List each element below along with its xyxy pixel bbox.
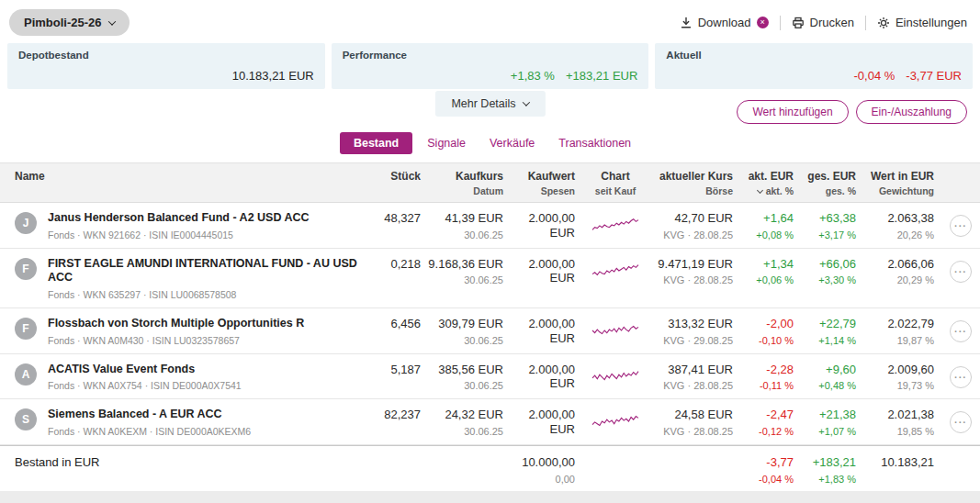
table-row[interactable]: S Siemens Balanced - A EUR ACC Fonds · W… xyxy=(0,399,980,445)
boerse-value: KVG · 29.08.25 xyxy=(648,335,733,346)
total-ges-eur: +183,21 xyxy=(801,455,856,470)
ges-pct-value: +1,14 % xyxy=(801,335,856,346)
akt-pct-value: -0,12 % xyxy=(740,426,794,437)
table-row[interactable]: F Flossbach von Storch Multiple Opportun… xyxy=(0,308,980,354)
fund-name[interactable]: Janus Henderson Balanced Fund - A2 USD A… xyxy=(48,211,310,226)
wert-hinzufuegen-button[interactable]: Wert hinzufügen xyxy=(737,100,848,124)
card-aktuell: Aktuell -0,04 % -3,77 EUR xyxy=(655,43,973,89)
row-menu-button[interactable] xyxy=(950,215,972,237)
gewichtung-value: 19,73 % xyxy=(863,380,934,391)
col-kaufkurs: Kaufkurs xyxy=(428,170,503,183)
stueck-value: 5,187 xyxy=(364,363,421,377)
download-badge-icon xyxy=(757,17,769,28)
boerse-value: KVG · 28.08.25 xyxy=(648,426,733,437)
akt-eur-value: +1,64 xyxy=(740,211,794,226)
settings-label: Einstellungen xyxy=(896,16,967,29)
col-gewichtung: Gewichtung xyxy=(863,185,934,196)
top-bar: Pimboli-25-26 Download xyxy=(0,0,980,43)
kaufwert-value: 2.000,00 EUR xyxy=(511,211,575,240)
col-boerse: Börse xyxy=(648,185,733,196)
row-menu-button[interactable] xyxy=(950,261,972,283)
kaufwert-value: 2.000,00 EUR xyxy=(511,363,575,391)
fund-meta: Fonds · WKN A0X754 · ISIN DE000A0X7541 xyxy=(48,380,242,391)
total-akt-eur: -3,77 xyxy=(740,455,794,470)
fund-name[interactable]: ACATIS Value Event Fonds xyxy=(48,363,242,377)
settings-button[interactable]: Einstellungen xyxy=(877,16,967,29)
row-menu-button[interactable] xyxy=(950,411,972,433)
table-row[interactable]: J Janus Henderson Balanced Fund - A2 USD… xyxy=(0,203,980,249)
kaufkurs-value: 385,56 EUR xyxy=(428,363,503,377)
akt-eur-value: -2,00 xyxy=(740,317,794,331)
performance-eur: +183,21 EUR xyxy=(566,69,637,83)
fund-name[interactable]: Flossbach von Storch Multiple Opportunit… xyxy=(48,317,304,331)
top-actions: Download Drucken xyxy=(680,16,967,30)
akt-pct-value: -0,11 % xyxy=(740,380,794,391)
gewichtung-value: 20,29 % xyxy=(863,274,934,285)
ein-auszahlung-button[interactable]: Ein-/Auszahlung xyxy=(856,100,967,124)
tab-verkaeufe[interactable]: Verkäufe xyxy=(480,132,544,154)
total-ges-pct: +1,83 % xyxy=(801,474,856,485)
card-label: Aktuell xyxy=(666,50,962,61)
stueck-value: 82,237 xyxy=(364,408,421,422)
card-label: Performance xyxy=(343,50,638,61)
col-name: Name xyxy=(0,170,364,183)
mehr-details-label: Mehr Details xyxy=(451,97,515,110)
fund-avatar: F xyxy=(15,258,37,280)
total-wert: 10.183,21 xyxy=(863,455,934,470)
stueck-value: 6,456 xyxy=(364,317,421,331)
gewichtung-value: 19,87 % xyxy=(863,335,934,346)
download-button[interactable]: Download xyxy=(680,16,769,29)
kauf-datum: 30.06.25 xyxy=(428,335,503,346)
table-row[interactable]: F FIRST EAGLE AMUNDI INTERNATIONAL FUND … xyxy=(0,249,980,308)
kaufkurs-value: 9.168,36 EUR xyxy=(428,257,503,272)
chevron-down-icon xyxy=(522,98,529,106)
total-label: Bestand in EUR xyxy=(0,455,364,469)
portfolio-selector[interactable]: Pimboli-25-26 xyxy=(9,9,130,36)
print-label: Drucken xyxy=(810,16,854,29)
card-depotbestand: Depotbestand 10.183,21 EUR xyxy=(7,43,325,89)
sparkline-chart-icon[interactable] xyxy=(590,213,641,237)
ges-eur-value: +22,79 xyxy=(801,317,856,331)
stueck-value: 48,327 xyxy=(364,211,421,226)
mehr-details-button[interactable]: Mehr Details xyxy=(434,91,545,117)
printer-icon xyxy=(792,17,805,29)
fund-meta: Fonds · WKN 635297 · ISIN LU0068578508 xyxy=(48,289,364,300)
kaufwert-value: 2.000,00 EUR xyxy=(511,408,575,436)
fund-name[interactable]: Siemens Balanced - A EUR ACC xyxy=(48,408,251,422)
aktueller-kurs-value: 42,70 EUR xyxy=(648,211,733,226)
tab-transaktionen[interactable]: Transaktionen xyxy=(549,132,640,154)
fund-avatar: A xyxy=(15,363,37,386)
akt-pct-value: -0,10 % xyxy=(740,335,794,346)
ges-eur-value: +66,06 xyxy=(801,257,856,272)
row-menu-button[interactable] xyxy=(950,366,972,388)
sub-bar: Mehr Details Wert hinzufügen Ein-/Auszah… xyxy=(0,89,980,129)
gewichtung-value: 20,26 % xyxy=(863,229,934,240)
ges-pct-value: +1,07 % xyxy=(801,426,856,437)
aktueller-kurs-value: 313,32 EUR xyxy=(648,317,733,331)
total-kaufwert: 10.000,00 xyxy=(511,455,575,470)
boerse-value: KVG · 28.08.25 xyxy=(648,229,733,240)
divider xyxy=(865,16,866,30)
summary-cards: Depotbestand 10.183,21 EUR Performance +… xyxy=(0,43,980,89)
table-row[interactable]: A ACATIS Value Event Fonds Fonds · WKN A… xyxy=(0,354,980,400)
depot-page: Pimboli-25-26 Download xyxy=(0,0,980,503)
print-button[interactable]: Drucken xyxy=(792,16,854,29)
fund-name[interactable]: FIRST EAGLE AMUNDI INTERNATIONAL FUND - … xyxy=(48,257,364,285)
card-label: Depotbestand xyxy=(18,50,314,61)
tab-bestand[interactable]: Bestand xyxy=(340,132,412,154)
aktuell-percent: -0,04 % xyxy=(854,69,896,83)
sparkline-chart-icon[interactable] xyxy=(590,319,641,342)
chevron-down-icon xyxy=(107,17,115,25)
row-menu-button[interactable] xyxy=(950,320,972,342)
gear-icon xyxy=(877,17,890,29)
tab-signale[interactable]: Signale xyxy=(418,132,475,154)
kauf-datum: 30.06.25 xyxy=(428,426,503,437)
page-footer-strip xyxy=(0,491,980,503)
sparkline-chart-icon[interactable] xyxy=(590,409,641,433)
sparkline-chart-icon[interactable] xyxy=(590,259,641,283)
akt-pct-value: +0,06 % xyxy=(740,274,794,285)
col-akt-eur-sort[interactable]: akt. EUR akt. % xyxy=(740,170,801,196)
sparkline-chart-icon[interactable] xyxy=(590,364,641,388)
col-datum: Datum xyxy=(428,185,503,196)
ges-eur-value: +63,38 xyxy=(801,211,856,226)
